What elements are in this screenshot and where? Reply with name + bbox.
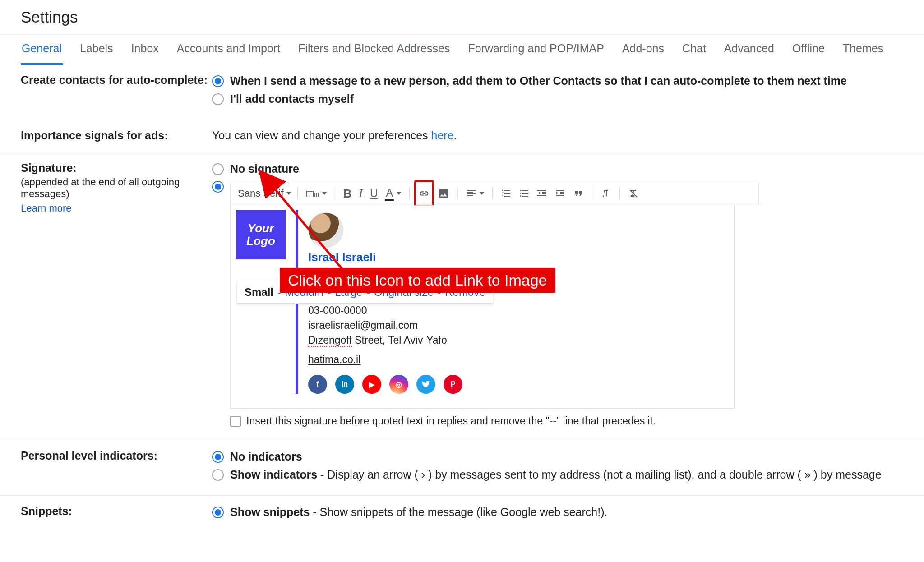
label-signature: Signature: (21, 161, 212, 175)
insert-before-quote-label: Insert this signature before quoted text… (246, 415, 656, 427)
remove-formatting-icon (628, 188, 639, 199)
ads-text-before: You can view and change your preferences (212, 129, 431, 142)
text-direction-button[interactable] (597, 182, 615, 205)
checkbox-insert-before-quote[interactable] (230, 416, 241, 427)
option-show-indicators-label: Show indicators - Display an arrow ( › )… (230, 467, 882, 483)
annotation-callout: Click on this Icon to add Link to Image (280, 268, 555, 293)
label-snippets: Snippets: (21, 505, 72, 517)
linkedin-icon[interactable]: in (335, 375, 354, 394)
learn-more-link[interactable]: Learn more (21, 203, 72, 214)
facebook-icon[interactable]: f (308, 375, 327, 394)
quote-icon (573, 188, 584, 199)
bulleted-list-button[interactable] (515, 182, 533, 205)
row-contacts: Create contacts for auto-complete: When … (0, 64, 924, 120)
pinterest-icon[interactable]: P (444, 375, 462, 394)
option-contacts-manual-label: I'll add contacts myself (230, 92, 354, 107)
label-signature-sub: (appended at the end of all outgoing mes… (21, 176, 212, 200)
row-signature: Signature: (appended at the end of all o… (0, 152, 924, 441)
indent-less-button[interactable] (533, 182, 551, 205)
indent-more-icon (555, 188, 566, 199)
ads-here-link[interactable]: here (431, 129, 454, 142)
tab-inbox[interactable]: Inbox (130, 34, 160, 65)
twitter-icon[interactable] (416, 375, 435, 394)
label-ads: Importance signals for ads: (21, 129, 168, 142)
radio-use-signature[interactable] (212, 181, 224, 193)
radio-no-signature[interactable] (212, 163, 224, 175)
indent-more-button[interactable] (551, 182, 569, 205)
signature-social-icons: f in ▶ ◎ P (308, 375, 462, 394)
tab-accounts-and-import[interactable]: Accounts and Import (176, 34, 281, 65)
radio-contacts-auto[interactable] (212, 75, 224, 87)
instagram-icon[interactable]: ◎ (389, 375, 408, 394)
bulleted-list-icon (519, 188, 530, 199)
tab-filters-and-blocked-addresses[interactable]: Filters and Blocked Addresses (297, 34, 451, 65)
label-pli: Personal level indicators: (21, 449, 157, 462)
remove-formatting-button[interactable] (624, 182, 642, 205)
tab-chat[interactable]: Chat (681, 34, 707, 65)
radio-no-indicators[interactable] (212, 451, 224, 463)
row-snippets: Snippets: Show snippets - Show snippets … (0, 496, 924, 533)
youtube-icon[interactable]: ▶ (362, 375, 381, 394)
settings-tabs: GeneralLabelsInboxAccounts and ImportFil… (0, 34, 924, 64)
option-no-indicators-label: No indicators (230, 449, 302, 465)
svg-line-0 (273, 187, 345, 272)
option-contacts-auto-label: When I send a message to a new person, a… (230, 74, 847, 89)
tab-labels[interactable]: Labels (79, 34, 114, 65)
align-left-icon (466, 188, 477, 199)
text-direction-icon (601, 188, 611, 199)
option-no-signature-label: No signature (230, 161, 299, 177)
tab-add-ons[interactable]: Add-ons (621, 34, 665, 65)
numbered-list-button[interactable] (497, 182, 515, 205)
page-title: Settings (0, 0, 924, 34)
label-contacts: Create contacts for auto-complete: (21, 74, 208, 86)
align-button[interactable] (462, 182, 488, 205)
radio-contacts-manual[interactable] (212, 93, 224, 105)
numbered-list-icon (501, 188, 512, 199)
tab-forwarding-and-pop-imap[interactable]: Forwarding and POP/IMAP (467, 34, 605, 65)
quote-button[interactable] (569, 182, 587, 205)
signature-email: israelisraeli@gmail.com (308, 319, 462, 332)
signature-phone2: 03-000-0000 (308, 304, 462, 317)
tab-advanced[interactable]: Advanced (723, 34, 775, 65)
radio-show-indicators[interactable] (212, 469, 224, 481)
tab-offline[interactable]: Offline (791, 34, 826, 65)
row-ads: Importance signals for ads: You can view… (0, 120, 924, 152)
signature-address: Dizengoff Street, Tel Aviv-Yafo (308, 334, 462, 346)
tab-themes[interactable]: Themes (842, 34, 884, 65)
ads-text-after: . (454, 129, 457, 142)
signature-website[interactable]: hatima.co.il (308, 354, 462, 366)
indent-less-icon (537, 188, 548, 199)
row-pli: Personal level indicators: No indicators… (0, 440, 924, 496)
radio-show-snippets[interactable] (212, 507, 224, 518)
tab-general[interactable]: General (21, 34, 63, 65)
option-show-snippets-label: Show snippets - Show snippets of the mes… (230, 505, 607, 520)
